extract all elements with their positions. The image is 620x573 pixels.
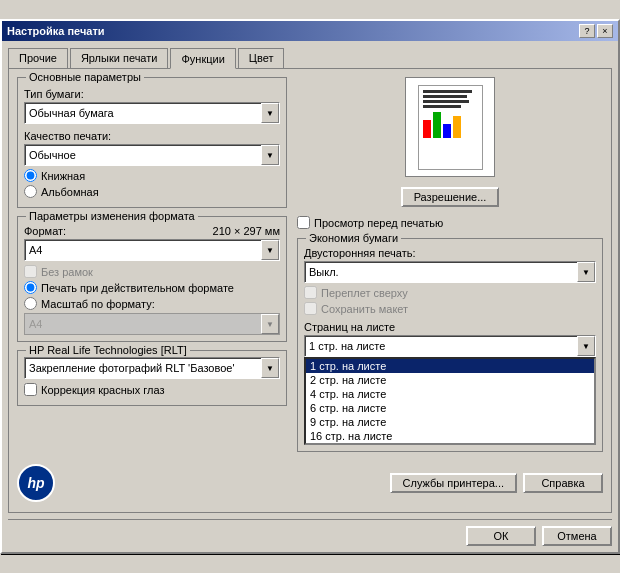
- resolution-button[interactable]: Разрешение...: [401, 187, 500, 207]
- print-settings-window: Настройка печати ? × Прочие Ярлыки печат…: [0, 19, 620, 554]
- pages-listbox: 1 стр. на листе 2 стр. на листе 4 стр. н…: [304, 357, 596, 445]
- list-item-4[interactable]: 6 стр. на листе: [306, 401, 594, 415]
- tab-other[interactable]: Прочие: [8, 48, 68, 69]
- orientation-book-row: Книжная: [24, 169, 280, 182]
- format-group: Параметры изменения формата Формат: 210 …: [17, 216, 287, 342]
- rlt-select-wrapper-outer: Закрепление фотографий RLT 'Базовое' ▼: [24, 357, 280, 379]
- no-frame-row: Без рамок: [24, 265, 280, 278]
- pages-per-sheet-label: Страниц на листе: [304, 321, 596, 333]
- preview-line-1: [423, 90, 473, 93]
- print-quality-label: Качество печати:: [24, 130, 280, 142]
- economy-group: Экономия бумаги Двусторонняя печать: Вык…: [297, 238, 603, 452]
- scale-format-row: Масштаб по формату:: [24, 297, 280, 310]
- scale-select[interactable]: А4: [24, 313, 280, 335]
- bottom-buttons-row: hp Службы принтера... Справка: [17, 460, 603, 504]
- list-item-5[interactable]: 9 стр. на листе: [306, 415, 594, 429]
- preview-check-row: Просмотр перед печатью: [297, 216, 603, 229]
- orientation-landscape-radio[interactable]: [24, 185, 37, 198]
- rlt-select[interactable]: Закрепление фотографий RLT 'Базовое': [24, 357, 280, 379]
- chart-bar-blue: [443, 124, 451, 138]
- ok-cancel-row: ОК Отмена: [8, 519, 612, 546]
- tab-functions[interactable]: Функции: [170, 48, 235, 69]
- help-button[interactable]: ?: [579, 24, 595, 38]
- right-section: Разрешение... Просмотр перед печатью Эко…: [297, 77, 603, 452]
- hp-logo: hp: [17, 464, 55, 502]
- paper-type-select-wrapper: Обычная бумага ▼: [24, 102, 280, 124]
- main-layout: Основные параметры Тип бумаги: Обычная б…: [17, 77, 603, 452]
- preview-page: [418, 85, 483, 170]
- preview-image: [405, 77, 495, 177]
- rlt-select-wrapper: Закрепление фотографий RLT 'Базовое' ▼: [24, 357, 280, 379]
- scale-label: Масштаб по формату:: [41, 298, 155, 310]
- duplex-select-wrapper: Выкл. ▼: [304, 261, 596, 283]
- list-item-2[interactable]: 2 стр. на листе: [306, 373, 594, 387]
- cancel-button[interactable]: Отмена: [542, 526, 612, 546]
- red-eye-row: Коррекция красных глаз: [24, 383, 280, 396]
- save-layout-checkbox[interactable]: [304, 302, 317, 315]
- window-content: Прочие Ярлыки печати Функции Цвет Основн…: [2, 41, 618, 552]
- basic-params-label: Основные параметры: [26, 71, 144, 83]
- tab-color[interactable]: Цвет: [238, 48, 285, 69]
- preview-lines: [423, 90, 478, 108]
- economy-group-label: Экономия бумаги: [306, 232, 401, 244]
- preview-checkbox[interactable]: [297, 216, 310, 229]
- rlt-group-label: HP Real Life Technologies [RLT]: [26, 344, 190, 356]
- list-item-1[interactable]: 1 стр. на листе: [306, 359, 594, 373]
- save-layout-label: Сохранить макет: [321, 303, 408, 315]
- list-item-6[interactable]: 16 стр. на листе: [306, 429, 594, 443]
- window-title: Настройка печати: [7, 25, 105, 37]
- preview-line-2: [423, 95, 467, 98]
- bind-top-label: Переплет сверху: [321, 287, 408, 299]
- print-quality-select-wrapper: Обычное ▼: [24, 144, 280, 166]
- resolution-btn-container: Разрешение...: [297, 187, 603, 207]
- bind-top-checkbox[interactable]: [304, 286, 317, 299]
- scale-select-wrapper: А4 ▼: [24, 313, 280, 335]
- preview-label: Просмотр перед печатью: [314, 217, 443, 229]
- chart-bar-yellow: [453, 116, 461, 138]
- basic-params-group: Основные параметры Тип бумаги: Обычная б…: [17, 77, 287, 208]
- left-column: Основные параметры Тип бумаги: Обычная б…: [17, 77, 287, 452]
- right-column: Разрешение... Просмотр перед печатью Эко…: [297, 77, 603, 452]
- format-select-wrapper: А4 ▼: [24, 239, 280, 261]
- no-frame-label: Без рамок: [41, 266, 93, 278]
- print-actual-label: Печать при действительном формате: [41, 282, 234, 294]
- title-bar-buttons: ? ×: [579, 24, 613, 38]
- chart-bar-red: [423, 120, 431, 138]
- ok-button[interactable]: ОК: [466, 526, 536, 546]
- red-eye-checkbox[interactable]: [24, 383, 37, 396]
- duplex-label: Двусторонняя печать:: [304, 247, 596, 259]
- no-frame-checkbox[interactable]: [24, 265, 37, 278]
- format-select[interactable]: А4: [24, 239, 280, 261]
- bind-top-row: Переплет сверху: [304, 286, 596, 299]
- pages-select-wrapper: 1 стр. на листе ▼: [304, 335, 596, 357]
- paper-type-select[interactable]: Обычная бумага: [24, 102, 280, 124]
- tab-content: Основные параметры Тип бумаги: Обычная б…: [8, 68, 612, 513]
- tab-bar: Прочие Ярлыки печати Функции Цвет: [8, 47, 612, 68]
- duplex-select[interactable]: Выкл.: [304, 261, 596, 283]
- list-item-3[interactable]: 4 стр. на листе: [306, 387, 594, 401]
- chart-bar-green: [433, 112, 441, 138]
- services-button[interactable]: Службы принтера...: [390, 473, 517, 493]
- orientation-landscape-label: Альбомная: [41, 186, 99, 198]
- preview-line-4: [423, 105, 462, 108]
- print-quality-select[interactable]: Обычное: [24, 144, 280, 166]
- orientation-book-radio[interactable]: [24, 169, 37, 182]
- print-actual-radio[interactable]: [24, 281, 37, 294]
- rlt-group: HP Real Life Technologies [RLT] Закрепле…: [17, 350, 287, 406]
- title-bar: Настройка печати ? ×: [2, 21, 618, 41]
- format-group-label: Параметры изменения формата: [26, 210, 198, 222]
- preview-image-container: [297, 77, 603, 177]
- paper-type-label: Тип бумаги:: [24, 88, 280, 100]
- tab-shortcuts[interactable]: Ярлыки печати: [70, 48, 169, 69]
- pages-per-sheet-select[interactable]: 1 стр. на листе: [304, 335, 596, 357]
- print-actual-row: Печать при действительном формате: [24, 281, 280, 294]
- bottom-right-buttons: Службы принтера... Справка: [390, 473, 603, 493]
- preview-chart: [423, 112, 478, 138]
- format-label: Формат:: [24, 225, 66, 237]
- orientation-book-label: Книжная: [41, 170, 85, 182]
- help-button-bottom[interactable]: Справка: [523, 473, 603, 493]
- format-size: 210 × 297 мм: [213, 225, 280, 237]
- close-button[interactable]: ×: [597, 24, 613, 38]
- red-eye-label: Коррекция красных глаз: [41, 384, 164, 396]
- scale-format-radio[interactable]: [24, 297, 37, 310]
